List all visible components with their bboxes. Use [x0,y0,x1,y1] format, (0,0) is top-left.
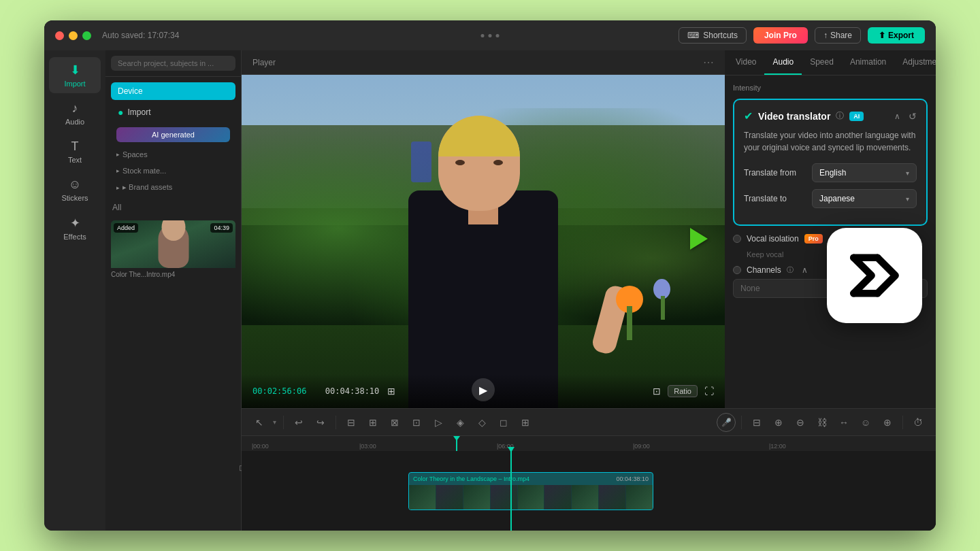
voice-tool[interactable]: ☺ [856,413,875,432]
import-nav-item[interactable]: ● Import [111,103,235,122]
tab-adjustment[interactable]: Adjustment [894,50,936,75]
tab-audio[interactable]: Audio [764,50,802,75]
zoom-in-tool[interactable]: ⊕ [769,413,788,432]
sidebar-item-text[interactable]: T Text [49,134,101,169]
play-tool[interactable]: ▷ [429,413,448,432]
ruler-mark-1: |03:00 [359,443,376,450]
shortcuts-button[interactable]: ⌨ Shortcuts [679,27,747,44]
settings-tool[interactable]: ⏱ [909,413,928,432]
spaces-section[interactable]: ▸ Spaces [111,148,235,161]
player-menu-icon[interactable]: ⋯ [703,56,714,69]
close-button[interactable] [55,31,64,40]
capcut-logo [827,228,922,323]
ai-badge: AI [849,112,864,121]
right-tabs: Video Audio Speed Animation Adjustment » [725,50,936,76]
search-input[interactable] [111,56,235,71]
ratio-button[interactable]: Ratio [668,385,698,397]
pro-badge: Pro [804,234,823,244]
brand-assets-section[interactable]: ▸ ▸ Brand assets [111,180,235,195]
thumb-frame [626,485,653,510]
translate-from-row: Translate from English ▾ [744,163,917,182]
channels-label: Channels [747,265,781,275]
intensity-label: Intensity [733,84,928,92]
text-icon: T [71,139,79,154]
export-icon: ⬆ [879,31,885,40]
sidebar-item-effects[interactable]: ✦ Effects [49,210,101,246]
tab-animation[interactable]: Animation [842,50,894,75]
vocal-isolation-toggle[interactable] [733,235,741,243]
sidebar-item-audio[interactable]: ♪ Audio [49,96,101,131]
delete-tool[interactable]: ⊡ [407,413,426,432]
microphone-button[interactable]: 🎤 [717,413,736,432]
channels-info-icon[interactable]: ⓘ [787,265,794,275]
crop-tool[interactable]: ⊞ [516,413,535,432]
effects-icon: ✦ [70,216,80,231]
split-tool[interactable]: ⊟ [342,413,361,432]
keyboard-icon: ⌨ [687,31,699,40]
channels-toggle[interactable] [733,266,741,274]
translate-to-label: Translate to [744,194,805,203]
maximize-button[interactable] [82,31,91,40]
more-tool[interactable]: ⊕ [878,413,897,432]
vt-description: Translate your video into another langua… [744,129,917,154]
device-nav-item[interactable]: Device [111,82,235,100]
translate-to-select[interactable]: Japanese ▾ [812,189,917,208]
play-button[interactable]: ▶ [472,378,495,401]
media-thumbnail[interactable]: Added 04:39 Color The...Intro.mp4 [111,220,235,280]
ai-generated-button[interactable]: AI generated [116,127,230,142]
export-button[interactable]: ⬆ Export [868,27,925,44]
app-window: Auto saved: 17:07:34 ⌨ Shortcuts Join Pr… [44,20,936,531]
ruler-track-area: |00:00 |03:00 |06:00 |09:00 |12:00 [242,436,936,531]
translate-to-row: Translate to Japanese ▾ [744,189,917,208]
join-pro-button[interactable]: Join Pro [753,27,808,44]
tab-speed[interactable]: Speed [802,50,842,75]
title-right-actions: ⌨ Shortcuts Join Pro ↑ Share ⬆ Export [679,27,925,44]
sidebar-item-stickers[interactable]: ☺ Stickers [49,172,101,207]
thumb-frame [491,485,517,510]
arrow-icon: ▸ [116,167,120,174]
sidebar-item-import[interactable]: ⬇ Import [49,57,101,93]
channels-expand-icon[interactable]: ∧ [802,265,808,275]
fullscreen-fit-icon[interactable]: ⊡ [653,386,661,397]
translate-from-select[interactable]: English ▾ [812,163,917,182]
vt-info-icon[interactable]: ⓘ [836,110,844,122]
zoom-out-tool[interactable]: ⊖ [791,413,810,432]
video-track-area: Color Theory in the Landscape – Intro.mp… [242,451,936,531]
video-controls: 00:02:56:06 00:04:38:10 ⊞ ▶ ⊡ Ratio ⛶ [242,374,725,408]
share-icon: ↑ [823,31,828,40]
minimize-button[interactable] [69,31,78,40]
vt-title: Video translator [758,111,830,122]
ruler-mark-3: |09:00 [633,443,650,450]
divider [336,416,336,429]
audio-link-tool[interactable]: ↔ [834,413,853,432]
filename-label: Color The...Intro.mp4 [111,268,235,280]
media-search [105,50,241,77]
undo-button[interactable]: ↩ [289,413,308,432]
pointer-tool[interactable]: ↖ [250,413,269,432]
fullscreen-icon[interactable]: ⛶ [704,386,714,397]
timeline: ↖ ▾ ↩ ↪ ⊟ ⊞ ⊠ ⊡ ▷ ◈ ◇ ◻ ⊞ 🎤 [242,408,936,531]
link-tool[interactable]: ⛓ [813,413,832,432]
replace-tool[interactable]: ◻ [494,413,513,432]
import-icon: ⬇ [70,63,80,78]
shape-tool[interactable]: ◇ [472,413,491,432]
translate-from-label: Translate from [744,168,805,178]
redo-button[interactable]: ↪ [311,413,330,432]
mask-tool[interactable]: ◈ [451,413,470,432]
title-bar: Auto saved: 17:07:34 ⌨ Shortcuts Join Pr… [44,20,936,50]
stock-section[interactable]: ▸ Stock mate... [111,164,235,178]
refresh-icon[interactable]: ↺ [909,111,917,122]
expand-icon[interactable]: ∧ [894,112,900,121]
share-button[interactable]: ↑ Share [815,27,861,44]
playhead-track-line [510,451,512,531]
video-clip-track[interactable]: Color Theory in the Landscape – Intro.mp… [408,472,653,510]
tab-video[interactable]: Video [728,50,764,75]
arrow-icon: ▸ [116,151,120,158]
capcut-logo-svg [844,252,905,299]
split-tool-2[interactable]: ⊞ [363,413,382,432]
video-translator-card: ✔ Video translator ⓘ AI ∧ ↺ Translate yo… [733,99,928,226]
vt-header: ✔ Video translator ⓘ AI ∧ ↺ [744,110,917,122]
trim-tool[interactable]: ⊠ [385,413,404,432]
snap-tool[interactable]: ⊟ [747,413,766,432]
duration-badge: 04:39 [210,223,233,233]
